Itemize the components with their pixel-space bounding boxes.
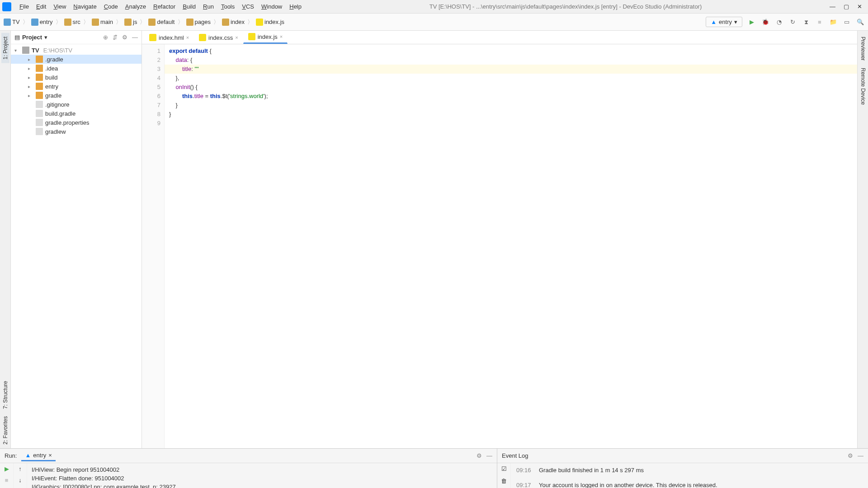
- folder-icon: [22, 47, 29, 54]
- project-scope-icon: ▤: [14, 34, 20, 41]
- editor-tab[interactable]: index.css×: [194, 31, 243, 44]
- gear-icon[interactable]: ⚙: [848, 452, 853, 459]
- run-config-selector[interactable]: ▲ entry ▾: [706, 17, 742, 27]
- left-tab-project[interactable]: 1: Project: [1, 33, 9, 63]
- menu-run[interactable]: Run: [199, 3, 217, 10]
- minimize-panel-icon[interactable]: —: [486, 452, 492, 459]
- gear-icon[interactable]: ⚙: [476, 452, 482, 459]
- attach-button[interactable]: ⧗: [802, 18, 810, 26]
- tree-item[interactable]: ▸.idea: [11, 64, 142, 73]
- eventlog-entry[interactable]: 09:16Gradle build finished in 1 m 14 s 2…: [516, 467, 863, 474]
- tree-item[interactable]: build.gradle: [11, 109, 142, 118]
- menu-analyze[interactable]: Analyze: [122, 3, 150, 10]
- breadcrumb-item[interactable]: index.js: [256, 19, 284, 26]
- tree-item[interactable]: gradlew: [11, 127, 142, 136]
- collapse-icon[interactable]: ⇵: [113, 34, 118, 41]
- run-config-icon: ▲: [711, 19, 717, 25]
- close-icon[interactable]: ×: [235, 35, 238, 40]
- menu-code[interactable]: Code: [100, 3, 122, 10]
- close-icon[interactable]: ×: [48, 452, 52, 459]
- editor-tab[interactable]: index.js×: [243, 30, 288, 44]
- file-icon: [199, 34, 206, 41]
- device-button[interactable]: ▭: [843, 18, 851, 26]
- code-content[interactable]: export default { data: { title: "" }, on…: [165, 44, 857, 448]
- menu-help[interactable]: Help: [286, 3, 305, 10]
- menu-edit[interactable]: Edit: [33, 3, 50, 10]
- tree-root-path: E:\HOS\TV: [43, 47, 72, 54]
- right-tab-remote-device[interactable]: Remote Device: [859, 64, 867, 108]
- breadcrumb-item[interactable]: TV: [4, 19, 20, 26]
- run-panel-title: Run:: [5, 452, 17, 459]
- menu-tools[interactable]: Tools: [217, 3, 238, 10]
- breadcrumb-item[interactable]: entry: [31, 19, 53, 26]
- search-button[interactable]: 🔍: [856, 18, 864, 26]
- locate-icon[interactable]: ⊕: [103, 34, 108, 41]
- toolbar: TV〉entry〉src〉main〉js〉default〉pages〉index…: [0, 14, 868, 31]
- tree-item[interactable]: .gitignore: [11, 100, 142, 109]
- menu-window[interactable]: Window: [258, 3, 286, 10]
- debug-button[interactable]: 🐞: [761, 18, 769, 26]
- run-tab-icon: ▲: [25, 452, 31, 459]
- breadcrumb-item[interactable]: default: [148, 19, 175, 26]
- tree-item[interactable]: ▸entry: [11, 82, 142, 91]
- down-button[interactable]: ↓: [19, 477, 22, 483]
- chevron-down-icon[interactable]: ▾: [44, 34, 47, 41]
- breadcrumb: TV〉entry〉src〉main〉js〉default〉pages〉index…: [4, 18, 284, 26]
- window-title: TV [E:\HOS\TV] - ...\entry\src\main\js\d…: [305, 3, 826, 10]
- eventlog-content[interactable]: 09:16Gradle build finished in 1 m 14 s 2…: [511, 463, 868, 488]
- bottom-panels: Run: ▲ entry × ⚙ — ▶ ■ ▤ 📌 ↑ ↓: [0, 448, 868, 488]
- run-toolbar-primary: ▶ ■ ▤ 📌: [0, 463, 14, 488]
- settings-icon[interactable]: ⚙: [122, 34, 127, 41]
- breadcrumb-item[interactable]: main: [92, 19, 113, 26]
- eventlog-entry[interactable]: 09:17Your account is logged in on anothe…: [516, 482, 863, 488]
- close-button[interactable]: ✕: [857, 3, 862, 10]
- run-tab-label: entry: [33, 452, 46, 459]
- tree-item[interactable]: ▸build: [11, 73, 142, 82]
- console-output[interactable]: I/HiView: Begin report 951004002I/HiEven…: [27, 463, 497, 488]
- up-button[interactable]: ↑: [19, 465, 22, 472]
- sync-button[interactable]: 📁: [829, 18, 837, 26]
- tree-item[interactable]: gradle.properties: [11, 118, 142, 127]
- eventlog-toolbar: ☑ 🗑 ◉: [497, 463, 511, 488]
- coverage-button[interactable]: ◔: [775, 18, 783, 26]
- menu-refactor[interactable]: Refactor: [150, 3, 179, 10]
- breadcrumb-item[interactable]: js: [124, 19, 137, 26]
- breadcrumb-item[interactable]: src: [64, 19, 80, 26]
- file-icon: [248, 33, 255, 40]
- project-tree[interactable]: ▾ TV E:\HOS\TV ▸.gradle▸.idea▸build▸entr…: [11, 44, 142, 137]
- breadcrumb-item[interactable]: index: [222, 19, 245, 26]
- tree-root[interactable]: ▾ TV E:\HOS\TV: [11, 46, 142, 55]
- profile-button[interactable]: ↻: [788, 18, 797, 26]
- stop-button[interactable]: ■: [5, 477, 9, 483]
- run-toolbar-secondary: ↑ ↓ ↲ ⇊ 🖶 🗑: [14, 463, 27, 488]
- close-icon[interactable]: ×: [186, 35, 189, 40]
- right-tab-previewer[interactable]: Previewer: [859, 33, 867, 64]
- minimize-button[interactable]: —: [830, 3, 835, 10]
- stop-button[interactable]: ■: [816, 18, 824, 26]
- right-sidebar: Previewer Remote Device: [857, 31, 868, 448]
- menu-build[interactable]: Build: [179, 3, 199, 10]
- minimize-panel-icon[interactable]: —: [858, 452, 863, 459]
- left-tab-structure[interactable]: 7: Structure: [1, 377, 9, 413]
- menu-vcs[interactable]: VCS: [238, 3, 258, 10]
- eventlog-title: Event Log: [502, 452, 528, 459]
- rerun-button[interactable]: ▶: [5, 465, 9, 472]
- editor-area: index.hml×index.css×index.js× 123456789 …: [142, 31, 857, 448]
- mark-read-icon[interactable]: ☑: [501, 465, 507, 472]
- run-tab[interactable]: ▲ entry ×: [21, 450, 55, 461]
- hide-icon[interactable]: —: [132, 34, 138, 41]
- run-button[interactable]: ▶: [748, 18, 756, 26]
- menu-navigate[interactable]: Navigate: [70, 3, 100, 10]
- code-editor[interactable]: 123456789 export default { data: { title…: [142, 44, 857, 448]
- menu-file[interactable]: File: [16, 3, 33, 10]
- close-icon[interactable]: ×: [280, 34, 283, 39]
- left-tab-favorites[interactable]: 2: Favorites: [1, 413, 9, 448]
- eventlog-panel: Event Log ⚙ — ☑ 🗑 ◉ 09:16Gradle build fi…: [497, 449, 868, 488]
- maximize-button[interactable]: ▢: [844, 3, 849, 10]
- clear-icon[interactable]: 🗑: [501, 478, 507, 484]
- tree-item[interactable]: ▸gradle: [11, 91, 142, 100]
- breadcrumb-item[interactable]: pages: [186, 19, 211, 26]
- menu-view[interactable]: View: [50, 3, 70, 10]
- editor-tab[interactable]: index.hml×: [144, 31, 194, 44]
- tree-item[interactable]: ▸.gradle: [11, 55, 142, 64]
